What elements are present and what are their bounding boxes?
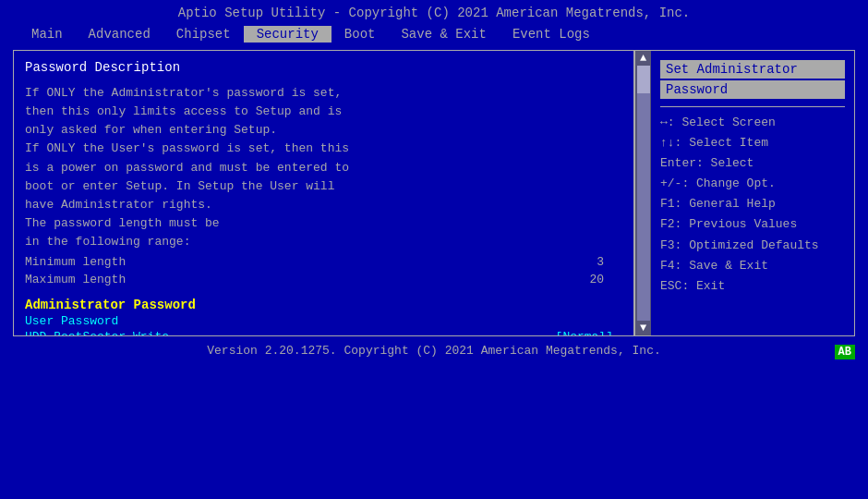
desc-line-2: then this only limits access to Setup an…	[25, 104, 342, 118]
desc-line-6: boot or enter Setup. In Setup the User w…	[25, 179, 334, 193]
help-item-7: F4: Save & Exit	[660, 256, 845, 276]
help-text-block: ↔: Select Screen ↑↓: Select Item Enter: …	[660, 113, 845, 297]
help-item-1: ↑↓: Select Item	[660, 133, 845, 153]
help-item-5: F2: Previous Values	[660, 214, 845, 235]
scroll-down-arrow[interactable]: ▼	[640, 323, 646, 334]
hdd-bootsector-row[interactable]: HDD BootSector Write [Normal]	[25, 330, 622, 335]
help-item-4: F1: General Help	[660, 194, 845, 214]
menu-item-save-exit[interactable]: Save & Exit	[388, 26, 499, 43]
highlighted-item-line2: Password	[660, 80, 845, 99]
status-text: Version 2.20.1275. Copyright (C) 2021 Am…	[207, 344, 660, 358]
scrollbar[interactable]: ▲ ▼	[634, 51, 651, 335]
min-length-row: Minimum length 3	[25, 255, 622, 269]
right-panel-divider	[660, 106, 845, 107]
status-bar: Version 2.20.1275. Copyright (C) 2021 Am…	[13, 340, 855, 359]
menu-item-security[interactable]: Security	[244, 26, 332, 43]
highlighted-item-line1: Set Administrator	[660, 60, 845, 79]
help-item-8: ESC: Exit	[660, 276, 845, 297]
bottom-area	[0, 359, 868, 489]
max-length-value: 20	[589, 273, 604, 286]
scroll-thumb	[637, 66, 650, 93]
max-length-row: Maximum length 20	[25, 273, 622, 286]
help-item-3: +/-: Change Opt.	[660, 174, 845, 194]
min-length-label: Minimum length	[25, 255, 126, 269]
hdd-value: [Normal]	[556, 330, 613, 335]
desc-line-1: If ONLY the Administrator's password is …	[25, 86, 342, 100]
help-item-0: ↔: Select Screen	[660, 113, 845, 133]
menu-item-advanced[interactable]: Advanced	[76, 26, 163, 43]
help-item-6: F3: Optimized Defaults	[660, 236, 845, 256]
ab-badge: AB	[835, 345, 855, 359]
desc-line-3: only asked for when entering Setup.	[25, 123, 277, 137]
user-password-item[interactable]: User Password	[25, 314, 622, 328]
menu-item-boot[interactable]: Boot	[332, 26, 389, 43]
main-content: Password Description If ONLY the Adminis…	[13, 50, 855, 336]
right-panel: Set Administrator Password ↔: Select Scr…	[651, 51, 854, 335]
admin-password-header: Administrator Password	[25, 298, 622, 312]
hdd-label: HDD BootSector Write	[25, 330, 169, 335]
left-panel-title: Password Description	[25, 60, 622, 75]
menu-bar: Main Advanced Chipset Security Boot Save…	[0, 24, 868, 46]
help-item-2: Enter: Select	[660, 153, 845, 174]
title-bar: Aptio Setup Utility - Copyright (C) 2021…	[0, 0, 868, 24]
desc-line-5: is a power on password and must be enter…	[25, 161, 349, 175]
desc-line-8: The password length must be	[25, 216, 220, 230]
menu-item-main[interactable]: Main	[18, 26, 76, 43]
left-panel: Password Description If ONLY the Adminis…	[14, 51, 634, 335]
max-length-label: Maximum length	[25, 273, 126, 286]
desc-line-9: in the following range:	[25, 235, 190, 249]
menu-item-event-logs[interactable]: Event Logs	[500, 26, 603, 43]
desc-line-4: If ONLY the User's password is set, then…	[25, 141, 349, 155]
min-length-value: 3	[597, 255, 604, 269]
description-block: If ONLY the Administrator's password is …	[25, 84, 622, 251]
scroll-track	[637, 66, 650, 321]
menu-item-chipset[interactable]: Chipset	[163, 26, 244, 43]
desc-line-7: have Administrator rights.	[25, 198, 212, 212]
scroll-up-arrow[interactable]: ▲	[640, 53, 646, 64]
title-text: Aptio Setup Utility - Copyright (C) 2021…	[178, 6, 691, 20]
